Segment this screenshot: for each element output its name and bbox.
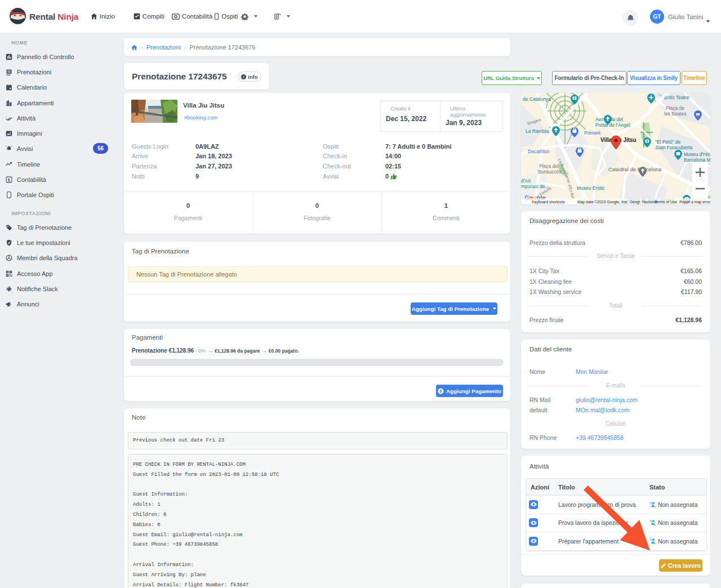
svg-text:Portal de l'Àngel: Portal de l'Àngel — [595, 122, 630, 128]
svg-text:Primark: Primark — [584, 130, 601, 136]
svg-text:Plaça del: Plaça del — [539, 163, 559, 169]
svg-text:les Beates: les Beates — [664, 111, 687, 117]
svg-text:d'Art: d'Art — [521, 178, 531, 184]
svg-text:$: $ — [440, 389, 442, 393]
svg-text:de Catalunya: de Catalunya — [523, 96, 551, 102]
svg-text:Decathlon: Decathlon — [528, 149, 550, 154]
svg-text:Map data ©2023 Google, Inst. G: Map data ©2023 Google, Inst. Geogr. Naci… — [577, 200, 657, 204]
svg-text:$: $ — [8, 178, 10, 182]
svg-text:Joan Fontcuberta: Joan Fontcuberta — [655, 145, 692, 150]
svg-text:"El Petó" de: "El Petó" de — [655, 139, 681, 145]
svg-text:i: i — [243, 74, 244, 78]
svg-text:Terms of Use: Terms of Use — [655, 200, 677, 204]
svg-text:Bonsuccés: Bonsuccés — [538, 169, 562, 175]
svg-text:mporani de...: mporani de... — [521, 184, 549, 189]
svg-text:Museu d'His: Museu d'His — [684, 152, 710, 157]
svg-text:Barcelona M: Barcelona M — [684, 157, 710, 163]
svg-text:Report a map error: Report a map error — [679, 200, 710, 204]
svg-text:Catedral de Barcelona: Catedral de Barcelona — [608, 166, 662, 172]
svg-text:Keyboard shortcuts: Keyboard shortcuts — [532, 200, 565, 204]
svg-text:Antic Teatre: Antic Teatre — [664, 95, 689, 100]
svg-text:Plaça de: Plaça de — [666, 105, 684, 111]
svg-text:La Rambla: La Rambla — [526, 128, 549, 134]
svg-text:Museu Eròtic: Museu Eròtic — [577, 185, 605, 191]
